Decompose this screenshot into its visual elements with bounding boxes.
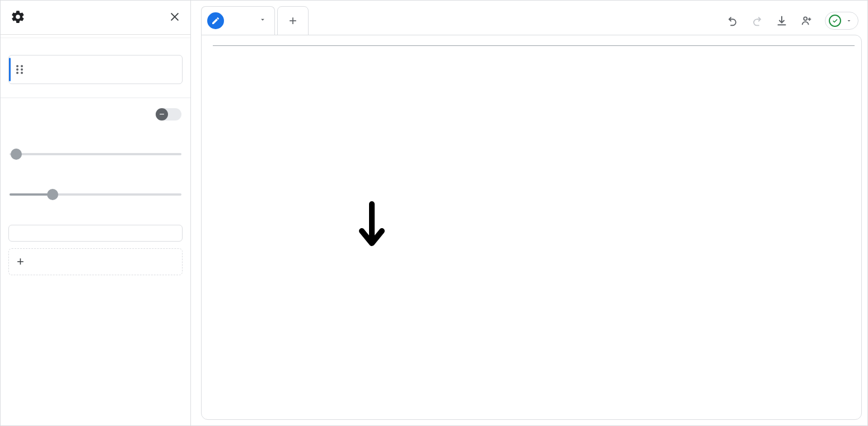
gear-icon [11, 10, 25, 26]
undo-icon[interactable] [726, 15, 739, 27]
share-icon[interactable] [800, 15, 813, 27]
drag-handle-icon[interactable] [16, 64, 24, 75]
training-period-label [6, 127, 185, 150]
redo-icon[interactable] [751, 15, 763, 27]
training-period-slider[interactable] [10, 153, 181, 155]
values-chip-sessions[interactable] [8, 55, 183, 84]
drop-dimension-card[interactable]: + [8, 248, 183, 275]
filter-card[interactable] [8, 225, 183, 242]
close-icon[interactable] [169, 11, 180, 25]
card-title [213, 43, 855, 46]
chart-area [213, 48, 855, 331]
toggle-knob-icon: − [156, 108, 168, 121]
anomaly-detection-toggle[interactable]: − [156, 108, 181, 121]
svg-point-3 [21, 68, 23, 71]
svg-point-1 [21, 65, 23, 67]
chevron-down-icon[interactable] [259, 16, 267, 26]
status-pill[interactable] [825, 12, 858, 30]
tab-overview[interactable] [201, 6, 275, 35]
svg-point-2 [16, 68, 18, 71]
values-section-label [6, 46, 185, 55]
chevron-down-icon [846, 17, 852, 24]
svg-point-5 [21, 72, 23, 74]
settings-sidebar: − [1, 1, 191, 425]
pencil-icon [207, 12, 224, 29]
svg-point-6 [804, 17, 807, 20]
plus-icon: + [17, 256, 24, 268]
sidebar-header [1, 1, 190, 34]
svg-point-4 [16, 72, 18, 74]
sensitivity-slider[interactable] [10, 193, 181, 196]
main-area: + [191, 1, 867, 425]
svg-point-0 [16, 65, 18, 67]
tab-bar: + [201, 6, 862, 35]
line-chart[interactable] [213, 48, 840, 331]
app-root: − [0, 0, 868, 426]
filters-section-label [6, 216, 185, 225]
download-icon[interactable] [776, 15, 788, 27]
add-tab-button[interactable]: + [277, 6, 309, 35]
check-circle-icon [829, 15, 841, 27]
report-card [201, 35, 862, 420]
